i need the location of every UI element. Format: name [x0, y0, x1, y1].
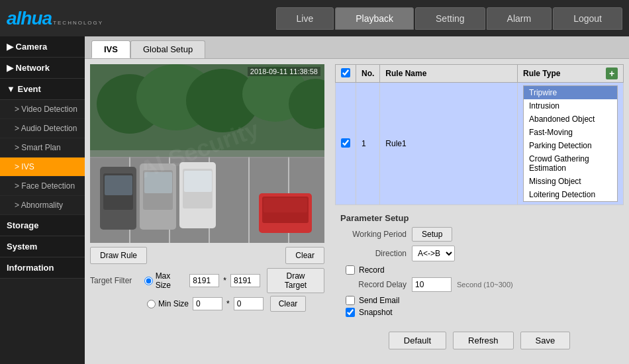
th-rule-name: Rule Name: [380, 65, 518, 83]
svg-rect-17: [144, 172, 172, 193]
sidebar-item-audio-detection[interactable]: > Audio Detection: [0, 119, 85, 138]
tab-playback[interactable]: Playback: [335, 7, 414, 30]
select-all-checkbox[interactable]: [341, 68, 350, 77]
sidebar-item-system[interactable]: System: [0, 236, 85, 257]
tab-setting[interactable]: Setting: [415, 7, 485, 30]
filter-row-max: Target Filter Max Size * Draw Target: [90, 268, 324, 293]
chevron-right-icon: ▶: [7, 63, 13, 73]
video-btn-row-top: Draw Rule Clear: [90, 247, 324, 264]
min-size-radio[interactable]: [147, 300, 156, 308]
th-rule-type: Rule Type +: [518, 65, 624, 83]
record-delay-input[interactable]: [412, 277, 452, 292]
rule-type-dropdown: Tripwire Intrusion Abandoned Object Fast…: [523, 85, 618, 202]
target-filter-label: Target Filter: [90, 276, 140, 285]
tab-logout[interactable]: Logout: [553, 7, 622, 30]
bottom-action-row: Default Refresh Save: [335, 328, 624, 353]
dropdown-item-loitering-detection[interactable]: Loitering Detection: [524, 188, 617, 201]
chevron-right-icon: ▶: [7, 42, 13, 52]
tab-global-setup[interactable]: Global Setup: [130, 40, 205, 58]
svg-rect-23: [264, 198, 307, 212]
min-size-label: Min Size: [158, 299, 189, 308]
th-no: No.: [356, 65, 380, 83]
record-delay-label: Record Delay: [340, 280, 407, 289]
sidebar: ▶ Camera ▶ Network ▼ Event > Video Detec…: [0, 36, 85, 364]
refresh-button[interactable]: Refresh: [453, 332, 514, 349]
save-button[interactable]: Save: [520, 332, 571, 349]
record-checkbox[interactable]: [346, 265, 355, 275]
working-period-row: Working Period Setup: [340, 227, 618, 242]
max-width-input[interactable]: [189, 274, 219, 287]
record-label: Record: [359, 265, 385, 275]
filter-row-min: Min Size * Clear: [90, 296, 324, 312]
record-row: Record: [346, 265, 618, 275]
send-email-row: Send Email: [346, 296, 618, 305]
logo: alhua TECHNOLOGY: [7, 8, 103, 29]
snapshot-checkbox[interactable]: [346, 308, 355, 317]
row-no-cell: 1: [356, 83, 380, 205]
max-height-input[interactable]: [230, 274, 260, 287]
max-size-radio[interactable]: [144, 277, 153, 285]
sidebar-item-event[interactable]: ▼ Event: [0, 79, 85, 100]
video-timestamp: 2018-09-11 11:38:58: [248, 67, 320, 76]
max-size-label: Max Size: [156, 271, 186, 290]
sidebar-item-smart-plan[interactable]: > Smart Plan: [0, 138, 85, 158]
send-email-checkbox[interactable]: [346, 296, 355, 305]
draw-rule-button[interactable]: Draw Rule: [90, 247, 147, 264]
param-title: Parameter Setup: [340, 213, 618, 223]
sidebar-item-information[interactable]: Information: [0, 257, 85, 279]
tab-ivs[interactable]: IVS: [91, 40, 130, 58]
logo-text: alhua: [7, 8, 52, 29]
min-height-input[interactable]: [234, 297, 264, 310]
min-width-input[interactable]: [193, 297, 222, 310]
right-panel: No. Rule Name Rule Type +: [330, 59, 629, 364]
sidebar-item-network[interactable]: ▶ Network: [0, 58, 85, 79]
rule-table: No. Rule Name Rule Type +: [335, 64, 624, 205]
dropdown-item-intrusion[interactable]: Intrusion: [524, 99, 617, 113]
sidebar-item-video-detection[interactable]: > Video Detection: [0, 100, 85, 119]
param-section: Parameter Setup Working Period Setup Dir…: [335, 209, 624, 324]
svg-rect-20: [184, 171, 212, 192]
dropdown-item-parking-detection[interactable]: Parking Detection: [524, 139, 617, 152]
header: alhua TECHNOLOGY Live Playback Setting A…: [0, 0, 629, 36]
main-layout: ▶ Camera ▶ Network ▼ Event > Video Detec…: [0, 36, 629, 364]
tab-alarm[interactable]: Alarm: [487, 7, 552, 30]
direction-select[interactable]: A->B A<-B A<->B: [412, 246, 455, 261]
video-container: 2018-09-11 11:38:58 AI Security: [90, 64, 324, 243]
record-delay-row: Record Delay Second (10~300): [340, 277, 618, 292]
th-rule-type-inner: Rule Type +: [523, 68, 618, 79]
clear-top-button[interactable]: Clear: [285, 247, 324, 264]
dropdown-item-abandoned-object[interactable]: Abandoned Object: [524, 113, 617, 126]
tab-live[interactable]: Live: [276, 7, 334, 30]
svg-rect-24: [90, 150, 324, 158]
clear-bottom-button[interactable]: Clear: [270, 296, 307, 312]
video-scene: [90, 64, 324, 243]
times-separator: *: [223, 276, 226, 285]
row-type-cell: Tripwire Intrusion Abandoned Object Fast…: [518, 83, 624, 205]
draw-target-button[interactable]: Draw Target: [267, 268, 324, 293]
sub-tabs: IVS Global Setup: [85, 36, 629, 58]
times-separator-2: *: [226, 299, 230, 308]
dropdown-item-missing-object[interactable]: Missing Object: [524, 175, 617, 188]
dropdown-item-crowd-gathering[interactable]: Crowd Gathering Estimation: [524, 152, 617, 175]
dropdown-item-fast-moving[interactable]: Fast-Moving: [524, 126, 617, 139]
table-row: 1 Rule1 Tripwire Intrusion Abandoned Obj…: [336, 83, 624, 205]
direction-row: Direction A->B A<-B A<->B: [340, 246, 618, 261]
logo-sub: TECHNOLOGY: [53, 20, 103, 26]
dropdown-item-tripwire[interactable]: Tripwire: [524, 86, 617, 99]
setup-button[interactable]: Setup: [412, 227, 452, 242]
th-checkbox: [336, 65, 356, 83]
max-size-radio-label[interactable]: Max Size: [144, 271, 186, 290]
sidebar-item-storage[interactable]: Storage: [0, 215, 85, 236]
video-panel: 2018-09-11 11:38:58 AI Security Draw Rul…: [85, 59, 330, 364]
add-rule-button[interactable]: +: [606, 68, 618, 79]
record-delay-hint: Second (10~300): [457, 281, 513, 289]
min-size-radio-label[interactable]: Min Size: [147, 299, 189, 308]
row-checkbox[interactable]: [341, 138, 350, 148]
nav-tabs: Live Playback Setting Alarm Logout: [276, 7, 622, 30]
sidebar-item-face-detection[interactable]: > Face Detection: [0, 177, 85, 196]
row-checkbox-cell: [336, 83, 356, 205]
sidebar-item-ivs[interactable]: > IVS: [0, 158, 85, 177]
sidebar-item-camera[interactable]: ▶ Camera: [0, 36, 85, 58]
default-button[interactable]: Default: [389, 332, 446, 349]
sidebar-item-abnormality[interactable]: > Abnormality: [0, 196, 85, 215]
